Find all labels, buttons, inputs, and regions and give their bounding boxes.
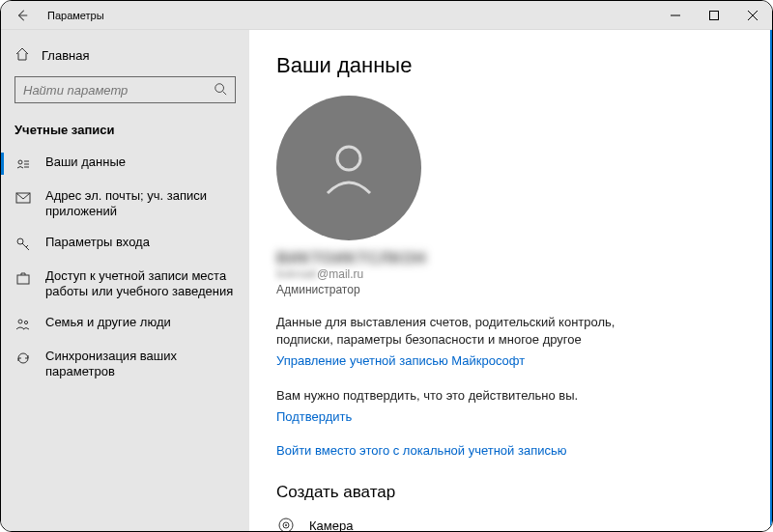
sidebar-item-home[interactable]: Главная xyxy=(1,42,249,69)
window-title: Параметры xyxy=(47,10,104,21)
content-pane: Ваши данные ВИКТОИКТСЛКОН bskroati@mail.… xyxy=(249,30,772,531)
sidebar-item-label: Семья и другие люди xyxy=(45,315,171,330)
billing-info-text-1: Данные для выставления счетов, родительс… xyxy=(276,314,644,331)
sidebar-item-sync[interactable]: Синхронизация ваших параметров xyxy=(1,341,249,387)
camera-icon xyxy=(276,516,296,531)
svg-point-2 xyxy=(18,160,22,164)
user-email-local: bskroati xyxy=(276,267,317,281)
close-button[interactable] xyxy=(733,1,772,30)
user-name: ВИКТОИКТСЛКОН xyxy=(276,250,743,267)
window-controls xyxy=(656,1,772,30)
sidebar-item-label: Главная xyxy=(42,48,89,63)
close-icon xyxy=(748,11,758,20)
page-title: Ваши данные xyxy=(276,53,743,78)
sidebar-nav: Ваши данные Адрес эл. почты; уч. записи … xyxy=(1,147,249,387)
sidebar-item-label: Доступ к учетной записи места работы или… xyxy=(45,268,238,299)
sidebar-item-your-info[interactable]: Ваши данные xyxy=(1,147,249,181)
id-card-icon xyxy=(14,155,32,173)
minimize-button[interactable] xyxy=(656,1,695,30)
home-icon xyxy=(14,46,30,65)
maximize-button[interactable] xyxy=(695,1,733,30)
briefcase-icon xyxy=(14,269,32,287)
user-email: bskroati@mail.ru xyxy=(276,267,743,281)
sidebar-section-title: Учетные записи xyxy=(1,117,249,147)
link-verify[interactable]: Подтвердить xyxy=(276,408,352,426)
billing-info-text-2: подписки, параметры безопасности и много… xyxy=(276,331,644,349)
svg-point-1 xyxy=(215,83,224,92)
create-avatar-heading: Создать аватар xyxy=(276,483,743,502)
svg-point-8 xyxy=(337,147,360,170)
person-icon xyxy=(318,137,380,199)
svg-point-6 xyxy=(18,320,22,323)
avatar xyxy=(276,96,421,240)
sidebar-item-signin-options[interactable]: Параметры входа xyxy=(1,227,249,261)
avatar-wrap xyxy=(276,96,743,240)
link-local-account[interactable]: Войти вместо этого с локальной учетной з… xyxy=(276,443,567,458)
sync-icon xyxy=(14,350,32,367)
sidebar-item-label: Параметры входа xyxy=(45,235,150,250)
svg-rect-5 xyxy=(17,275,29,284)
svg-rect-0 xyxy=(710,11,719,19)
option-label: Камера xyxy=(309,518,353,532)
minimize-icon xyxy=(671,11,680,20)
svg-point-11 xyxy=(285,524,287,526)
search-input[interactable] xyxy=(23,83,197,98)
verify-info-text: Вам нужно подтвердить, что это действите… xyxy=(276,387,644,405)
sidebar-item-label: Синхронизация ваших параметров xyxy=(45,349,238,379)
arrow-left-icon xyxy=(15,9,29,22)
svg-point-7 xyxy=(24,321,27,323)
sidebar-item-email-accounts[interactable]: Адрес эл. почты; уч. записи приложений xyxy=(1,181,249,227)
mail-icon xyxy=(14,189,32,207)
key-icon xyxy=(14,236,32,253)
user-role: Администратор xyxy=(276,283,743,296)
people-icon xyxy=(14,316,32,333)
sidebar-item-label: Адрес эл. почты; уч. записи приложений xyxy=(45,188,238,219)
back-button[interactable] xyxy=(11,4,34,27)
search-icon xyxy=(214,82,227,98)
user-email-domain: @mail.ru xyxy=(317,267,363,281)
sidebar-item-work-access[interactable]: Доступ к учетной записи места работы или… xyxy=(1,261,249,307)
search-input-wrap[interactable] xyxy=(14,76,236,103)
link-manage-account[interactable]: Управление учетной записью Майкрософт xyxy=(276,352,525,370)
maximize-icon xyxy=(709,11,719,20)
title-bar: Параметры xyxy=(1,1,772,30)
option-camera[interactable]: Камера xyxy=(276,512,743,531)
sidebar-item-family[interactable]: Семья и другие люди xyxy=(1,307,249,341)
sidebar-item-label: Ваши данные xyxy=(45,154,126,170)
sidebar: Главная Учетные записи Ваши данные xyxy=(1,30,249,531)
